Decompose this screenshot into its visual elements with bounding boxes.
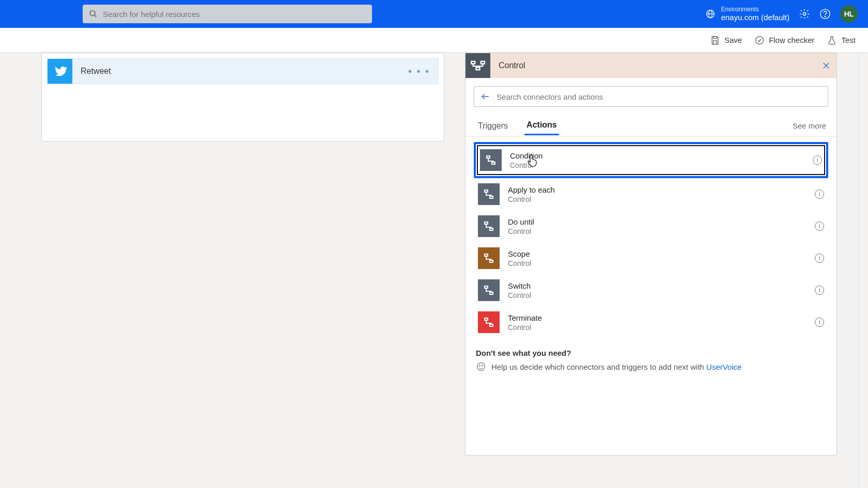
action-category: Control [508, 227, 534, 235]
action-item-do-until[interactable]: Do untilControli [474, 210, 828, 242]
command-bar: Save Flow checker Test [0, 28, 868, 53]
svg-point-30 [479, 366, 481, 367]
close-icon [822, 61, 831, 70]
svg-point-7 [825, 16, 825, 17]
svg-rect-24 [490, 260, 493, 262]
flow-step-card: Retweet • • • [41, 53, 444, 141]
scrollbar[interactable] [859, 53, 868, 488]
step-title: Retweet [81, 67, 400, 76]
info-icon[interactable]: i [815, 286, 824, 295]
svg-point-5 [803, 12, 806, 15]
svg-rect-17 [487, 156, 490, 158]
workspace: Retweet • • • Control Triggers [0, 53, 868, 488]
svg-rect-25 [485, 286, 488, 288]
svg-rect-19 [485, 190, 488, 192]
svg-rect-13 [481, 61, 485, 64]
test-button[interactable]: Test [827, 35, 856, 45]
see-more-link[interactable]: See more [793, 121, 826, 130]
svg-rect-8 [714, 36, 717, 38]
action-category: Control [508, 195, 555, 203]
actions-list: ConditionControliApply to eachControliDo… [466, 137, 836, 343]
action-category: Control [508, 291, 531, 300]
help-heading: Don't see what you need? [476, 349, 826, 357]
action-icon [480, 149, 502, 171]
flow-checker-button[interactable]: Flow checker [754, 35, 814, 45]
action-icon [478, 247, 500, 269]
env-value: enayu.com (default) [721, 13, 789, 22]
gear-icon [799, 8, 810, 20]
top-bar: Environments enayu.com (default) HL [0, 0, 868, 28]
info-icon[interactable]: i [815, 190, 824, 199]
svg-point-0 [90, 11, 95, 16]
action-search-input[interactable] [497, 92, 822, 101]
action-icon [478, 183, 500, 205]
checker-icon [754, 35, 765, 45]
action-picker-panel: Control Triggers Actions See more Condit… [465, 53, 837, 455]
svg-line-1 [95, 15, 97, 17]
info-icon[interactable]: i [813, 155, 822, 165]
action-category: Control [510, 161, 542, 169]
globe-icon [705, 9, 716, 19]
search-icon [89, 9, 98, 19]
action-name: Do until [508, 217, 534, 226]
svg-rect-9 [714, 40, 717, 44]
smiley-icon [476, 361, 486, 372]
svg-point-29 [477, 363, 485, 371]
action-name: Apply to each [508, 185, 555, 194]
panel-header: Control [466, 53, 836, 78]
settings-button[interactable] [799, 8, 810, 20]
uservoice-link[interactable]: UserVoice [706, 363, 741, 371]
svg-rect-21 [485, 222, 488, 224]
svg-rect-11 [471, 61, 475, 64]
action-category: Control [508, 323, 542, 332]
svg-rect-26 [490, 292, 493, 294]
tab-triggers[interactable]: Triggers [476, 117, 510, 135]
retweet-step[interactable]: Retweet • • • [47, 58, 439, 84]
action-name: Terminate [508, 313, 542, 322]
info-icon[interactable]: i [815, 318, 824, 327]
info-icon[interactable]: i [815, 254, 824, 263]
action-icon [478, 311, 500, 333]
action-name: Scope [508, 249, 531, 258]
environment-picker[interactable]: Environments enayu.com (default) [705, 6, 789, 22]
svg-rect-12 [476, 68, 480, 70]
global-search-input[interactable] [103, 10, 366, 19]
global-search[interactable] [83, 5, 372, 23]
svg-rect-20 [490, 196, 493, 198]
svg-point-31 [482, 366, 483, 367]
action-item-apply-to-each[interactable]: Apply to eachControli [474, 178, 828, 210]
avatar[interactable]: HL [840, 5, 858, 23]
svg-point-10 [756, 36, 764, 44]
action-search[interactable] [474, 86, 828, 107]
help-icon [819, 8, 831, 20]
back-arrow-icon [481, 91, 490, 102]
action-category: Control [508, 259, 531, 267]
svg-rect-22 [490, 228, 493, 230]
step-more-button[interactable]: • • • [400, 66, 438, 77]
help-text: Help us decide which connectors and trig… [491, 363, 741, 371]
svg-rect-27 [485, 318, 488, 320]
svg-rect-18 [492, 162, 495, 164]
help-button[interactable] [819, 8, 831, 20]
action-item-terminate[interactable]: TerminateControli [474, 306, 828, 338]
tabs: Triggers Actions See more [466, 115, 836, 137]
flask-icon [827, 35, 837, 45]
env-label: Environments [721, 6, 789, 13]
action-item-scope[interactable]: ScopeControli [474, 242, 828, 274]
close-button[interactable] [816, 55, 836, 76]
action-item-switch[interactable]: SwitchControli [474, 274, 828, 306]
action-icon [478, 279, 500, 301]
info-icon[interactable]: i [815, 222, 824, 231]
svg-rect-28 [490, 324, 493, 326]
tab-actions[interactable]: Actions [524, 116, 559, 135]
action-name: Condition [510, 151, 542, 160]
save-icon [710, 35, 720, 45]
save-button[interactable]: Save [710, 35, 742, 45]
action-item-condition[interactable]: ConditionControli [474, 142, 828, 178]
help-footer: Don't see what you need? Help us decide … [466, 343, 836, 377]
panel-title: Control [499, 61, 816, 70]
twitter-icon [48, 59, 72, 84]
svg-rect-23 [485, 254, 488, 256]
action-name: Switch [508, 281, 531, 290]
action-icon [478, 215, 500, 237]
